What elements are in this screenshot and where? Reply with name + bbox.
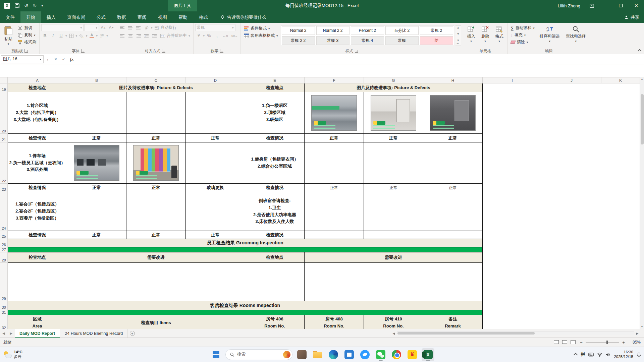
row-header-20[interactable]: 20 bbox=[0, 92, 8, 134]
wrap-text-button[interactable]: 自动换行 bbox=[153, 24, 178, 31]
empty-cells[interactable] bbox=[483, 192, 640, 231]
row-header-22[interactable]: 22 bbox=[0, 142, 8, 184]
number-format-combo[interactable]: 常规▾ bbox=[195, 24, 235, 31]
font-color-icon[interactable]: A bbox=[88, 32, 96, 39]
confirm-entry-icon[interactable]: ✓ bbox=[60, 57, 68, 62]
select-all-corner[interactable] bbox=[0, 77, 8, 83]
taskbar-app-store[interactable] bbox=[343, 348, 356, 361]
redo-icon[interactable]: ↻ bbox=[33, 3, 37, 8]
alignment-dialog-launcher-icon[interactable] bbox=[162, 49, 165, 53]
cell-B19[interactable]: 图片及待改进事项: Picture & Defects bbox=[67, 83, 245, 92]
insert-function-icon[interactable]: fx bbox=[68, 57, 76, 62]
decrease-decimal-icon[interactable]: .00→ bbox=[230, 32, 239, 39]
photo-smoking-area[interactable] bbox=[430, 95, 476, 131]
name-box-splitter[interactable]: ⋮ bbox=[44, 57, 52, 62]
phonetic-guide-icon[interactable]: 拼 bbox=[98, 32, 106, 39]
cell-A29[interactable] bbox=[8, 263, 67, 301]
row-header-25[interactable]: 25 bbox=[0, 231, 8, 239]
format-cells-button[interactable]: 格式▾ bbox=[493, 24, 506, 44]
row-header-31[interactable]: 31 bbox=[0, 310, 8, 315]
taskbar-app-dingtalk[interactable] bbox=[359, 348, 371, 361]
sheet-nav-left-icon[interactable]: ◀ bbox=[0, 329, 7, 338]
cell-C21[interactable]: 正常 bbox=[126, 134, 186, 142]
cell-G22[interactable] bbox=[364, 142, 423, 184]
cell-H22[interactable] bbox=[423, 142, 483, 184]
tab-home[interactable]: 开始 bbox=[20, 11, 41, 23]
col-header-E[interactable]: E bbox=[245, 77, 305, 83]
col-header-F[interactable]: F bbox=[305, 77, 364, 83]
scroll-right-icon[interactable]: ▶ bbox=[635, 332, 640, 335]
scroll-left-icon[interactable]: ◀ bbox=[391, 332, 396, 335]
vertical-scrollbar[interactable]: ▲ ▼ bbox=[640, 77, 644, 329]
number-dialog-launcher-icon[interactable] bbox=[220, 49, 223, 53]
taskbar-app-file-explorer[interactable] bbox=[311, 348, 324, 361]
cell-B21[interactable]: 正常 bbox=[67, 134, 126, 142]
cell-A32[interactable]: 区域 Area bbox=[8, 315, 67, 329]
sheet-tab-24-hours-briefing[interactable]: 24 Hours MOD Briefing Record bbox=[60, 329, 128, 338]
cell-B32[interactable]: 检查项目 Items bbox=[67, 315, 245, 329]
cell-E23[interactable]: 检查情况 bbox=[245, 184, 305, 192]
cell-D23[interactable]: 玻璃更换 bbox=[186, 184, 245, 192]
font-name-combo[interactable]: ▾ bbox=[41, 24, 84, 31]
align-middle-icon[interactable] bbox=[127, 24, 134, 31]
comma-style-icon[interactable]: , bbox=[213, 32, 221, 39]
cell-E32[interactable]: 房号 406 Room No. bbox=[245, 315, 305, 329]
row-header-27[interactable]: 27 bbox=[0, 247, 8, 252]
bold-button[interactable]: B bbox=[41, 32, 49, 39]
cell-G23[interactable]: 正常 bbox=[364, 184, 423, 192]
minimize-button[interactable]: ─ bbox=[598, 0, 613, 11]
sheet-nav-right-icon[interactable]: ▶ bbox=[7, 329, 15, 338]
cell-H25[interactable] bbox=[423, 231, 483, 239]
empty-cells[interactable] bbox=[483, 310, 640, 315]
cell-F32[interactable]: 房号 408 Room No. bbox=[305, 315, 364, 329]
cell-E19[interactable]: 检查地点 bbox=[245, 83, 305, 92]
cell-A26-grooming-title[interactable]: 员工检查结果 Grooming Inspection bbox=[8, 239, 483, 247]
cell-E29[interactable] bbox=[245, 263, 305, 301]
col-header-C[interactable]: C bbox=[126, 77, 186, 83]
cell-G25[interactable] bbox=[364, 231, 423, 239]
empty-cells[interactable] bbox=[483, 184, 640, 192]
gallery-down-icon[interactable]: ▼ bbox=[457, 33, 460, 36]
account-name[interactable]: Lilith Zhong bbox=[558, 3, 580, 8]
tab-insert[interactable]: 插入 bbox=[41, 11, 61, 23]
align-top-icon[interactable] bbox=[119, 24, 126, 31]
sort-filter-button[interactable]: AZ 排序和筛选▾ bbox=[537, 24, 562, 44]
cell-F19[interactable]: 图片及待改进事项: Picture & Defects bbox=[305, 83, 483, 92]
fill-button[interactable]: ↓ 填充▾ bbox=[509, 32, 536, 38]
clock[interactable]: 16:30 2025/12/15 bbox=[614, 350, 633, 359]
tell-me-search[interactable]: 告诉我你想要做什么 bbox=[220, 11, 266, 23]
cell-B22[interactable] bbox=[67, 142, 126, 184]
zoom-level[interactable]: 85% bbox=[629, 340, 641, 345]
ribbon-display-options-icon[interactable] bbox=[586, 0, 598, 11]
row-header-32[interactable]: 32 bbox=[0, 315, 8, 329]
notification-bell-icon[interactable] bbox=[637, 352, 641, 357]
empty-cells[interactable] bbox=[483, 134, 640, 142]
col-header-A[interactable]: A bbox=[8, 77, 67, 83]
col-header-J[interactable]: J bbox=[542, 77, 601, 83]
taskbar-app-chrome[interactable] bbox=[390, 348, 403, 361]
cell-H32[interactable]: 备注 Remark bbox=[423, 315, 483, 329]
taskbar-app-snip[interactable] bbox=[296, 348, 308, 361]
taskbar-app-edge[interactable] bbox=[327, 348, 340, 361]
fill-color-icon[interactable] bbox=[78, 32, 85, 39]
formula-input[interactable] bbox=[78, 55, 643, 63]
cell-E21[interactable]: 检查情况 bbox=[245, 134, 305, 142]
row-header-26[interactable]: 26 bbox=[0, 239, 8, 247]
cell-C24[interactable] bbox=[126, 192, 186, 231]
normal-view-icon[interactable] bbox=[554, 340, 559, 344]
cell-B25[interactable]: 正常 bbox=[67, 231, 126, 239]
tray-expand-icon[interactable] bbox=[575, 353, 578, 356]
row-header-29[interactable]: 29 bbox=[0, 263, 8, 301]
cell-D21[interactable]: 正常 bbox=[186, 134, 245, 142]
taskbar-search[interactable]: 搜索 bbox=[225, 349, 292, 360]
cell-style-item[interactable]: 常规 4 bbox=[351, 36, 384, 45]
scroll-down-icon[interactable]: ▼ bbox=[641, 325, 643, 328]
cell-style-item[interactable]: Normal 2 bbox=[282, 26, 315, 35]
volume-icon[interactable] bbox=[606, 353, 610, 357]
scroll-up-icon[interactable]: ▲ bbox=[641, 78, 643, 81]
name-box[interactable]: 图片 16▾ bbox=[1, 55, 44, 63]
tab-data[interactable]: 数据 bbox=[111, 11, 132, 23]
paste-button[interactable]: 粘贴 ▾ bbox=[2, 24, 15, 46]
row-header-21[interactable]: 21 bbox=[0, 134, 8, 142]
cell-H24[interactable] bbox=[423, 192, 483, 231]
